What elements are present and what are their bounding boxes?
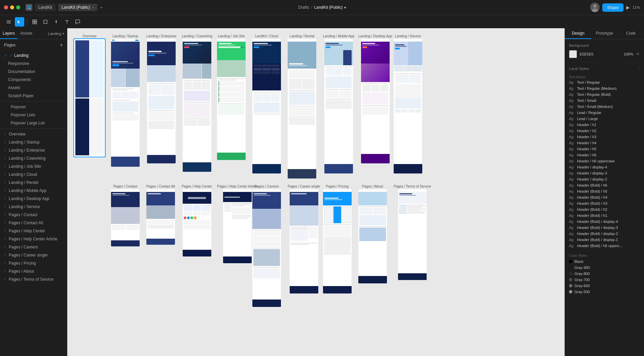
maximize-button[interactable] xyxy=(16,5,20,9)
background-color-swatch[interactable] xyxy=(569,50,577,58)
layer-item-startup[interactable]: ⠿Landing / Startup xyxy=(0,138,67,146)
layer-item-mobile-app[interactable]: ⠿Landing / Mobile App xyxy=(0,187,67,195)
color-style-row[interactable]: Gray-800 xyxy=(569,272,640,276)
frame-tool[interactable] xyxy=(30,17,39,27)
text-style-row[interactable]: Ag Header / h1 xyxy=(569,123,640,127)
text-style-row[interactable]: Ag Header (Bold) / display-3 xyxy=(569,226,640,230)
layer-item-desktop-app[interactable]: ⠿Landing / Desktop App xyxy=(0,195,67,203)
text-style-row[interactable]: Ag Header / display-2 xyxy=(569,177,640,181)
text-style-row[interactable]: Ag Header (Bold) / display-2 xyxy=(569,232,640,236)
text-style-row[interactable]: Ag Lead / Regular xyxy=(569,111,640,115)
text-style-row[interactable]: Ag Header (Bold) / h6 upperc... xyxy=(569,244,640,248)
frame-about[interactable]: Pages / About xyxy=(358,185,387,283)
frame-help-center-article[interactable]: Pages / Help Center Article xyxy=(217,185,257,263)
page-item-documentation[interactable]: Documentation xyxy=(0,68,67,76)
tab-layers[interactable]: Layers xyxy=(0,28,17,39)
frame-job-site[interactable]: Landing / Job Site xyxy=(217,34,246,160)
frame-terms[interactable]: Pages / Terms of Service xyxy=(394,185,431,280)
add-page-button[interactable]: + xyxy=(60,42,63,48)
frame-pricing[interactable]: Pages / Pricing xyxy=(323,185,352,293)
frame-contact-alt[interactable]: Pages / Contact Alt xyxy=(146,185,175,245)
color-style-row[interactable]: Gray-900 xyxy=(569,266,640,270)
text-style-row[interactable]: Ag Text / Regular (Bold) xyxy=(569,92,640,96)
text-style-row[interactable]: Ag Header / h2 xyxy=(569,129,640,133)
frame-overview[interactable]: Overview xyxy=(74,34,105,157)
move-tool[interactable] xyxy=(15,17,24,27)
text-style-row[interactable]: Ag Header (Bold) / h6 xyxy=(569,183,640,187)
frame-cloud[interactable]: LandKit / Cloud xyxy=(252,34,281,173)
frame-careers[interactable]: Pages / Careers xyxy=(252,185,281,307)
minimize-button[interactable] xyxy=(10,5,14,9)
layer-item-help-center-art[interactable]: ⠿Pages / Help Center Article xyxy=(0,235,67,243)
layer-item-service[interactable]: ⠿Landing / Service xyxy=(0,203,67,211)
layer-item-about[interactable]: ⠿Pages / About xyxy=(0,267,67,275)
color-style-row[interactable]: Gray-600 xyxy=(569,284,640,288)
menu-tool[interactable] xyxy=(4,17,13,27)
text-style-row[interactable]: Ag Header / h3 xyxy=(569,135,640,139)
comment-tool[interactable] xyxy=(73,17,82,27)
text-style-row[interactable]: Ag Header / display-3 xyxy=(569,171,640,175)
color-style-row[interactable]: Gray-700 xyxy=(569,278,640,282)
visibility-toggle-icon[interactable]: 👁 xyxy=(636,52,640,56)
play-button[interactable]: ▶ xyxy=(626,5,630,10)
tab-prototype[interactable]: Prototype xyxy=(591,28,617,39)
text-style-row[interactable]: Ag Lead / Large xyxy=(569,117,640,121)
text-style-row[interactable]: Ag Header / h5 xyxy=(569,147,640,151)
layer-item-cloud[interactable]: ⠿Landing / Cloud xyxy=(0,170,67,179)
tab-assets[interactable]: Assets xyxy=(17,28,35,39)
text-style-row[interactable]: Ag Text / Regular (Medium) xyxy=(569,86,640,90)
text-style-row[interactable]: Ag Text / Small (Medium) xyxy=(569,105,640,109)
frame-mobile-app[interactable]: Landing / Mobile App xyxy=(323,34,354,173)
page-item-assets[interactable]: Assets xyxy=(0,84,67,92)
layer-item-terms[interactable]: ⠿Pages / Terms of Service xyxy=(0,275,67,283)
frame-startup[interactable]: Landing / Startup xyxy=(111,34,140,167)
layer-item-enterprise[interactable]: ⠿Landing / Enterprise xyxy=(0,146,67,154)
background-hex-value[interactable]: E5E5E5 xyxy=(580,52,617,56)
color-style-row[interactable]: Gray-500 xyxy=(569,290,640,294)
pen-tool[interactable] xyxy=(51,17,61,27)
page-item-popover-large[interactable]: Popover Large List xyxy=(0,119,67,127)
close-tab-icon[interactable]: × xyxy=(92,6,94,9)
breadcrumb-drafts[interactable]: Drafts xyxy=(298,5,309,10)
layer-item-career-single[interactable]: ⠿Pages / Career single xyxy=(0,251,67,259)
avatar[interactable] xyxy=(590,3,600,12)
shape-tool[interactable] xyxy=(41,17,50,27)
layer-item-coworking[interactable]: ⠿Landing / Coworking xyxy=(0,154,67,162)
share-button[interactable]: Share xyxy=(602,3,623,12)
frame-desktop-app[interactable]: Landing / Desktop App xyxy=(358,34,392,163)
text-style-row[interactable]: Ag Header (Bold) / display-1 xyxy=(569,238,640,242)
canvas[interactable]: Overview Landing / Startup xyxy=(67,28,565,356)
page-item-popover[interactable]: Popover xyxy=(0,103,67,111)
active-tab[interactable]: LandKit (Public) × xyxy=(58,4,98,11)
text-style-row[interactable]: Ag Header / display-4 xyxy=(569,165,640,169)
text-tool[interactable] xyxy=(62,17,72,27)
text-style-row[interactable]: Ag Header (Bold) / h5 xyxy=(569,189,640,193)
page-item-components[interactable]: Components xyxy=(0,76,67,84)
text-style-row[interactable]: Ag Header / h4 xyxy=(569,141,640,145)
frame-enterprise[interactable]: Landing / Enterprise xyxy=(146,34,177,163)
text-style-row[interactable]: Ag Header (Bold) / h1 xyxy=(569,213,640,217)
text-style-row[interactable]: Ag Header / h6 xyxy=(569,153,640,157)
layer-item-contact[interactable]: ⠿Pages / Contact xyxy=(0,211,67,219)
breadcrumb-current[interactable]: LandKit (Public) ▾ xyxy=(314,5,346,10)
text-style-row[interactable]: Ag Text / Regular xyxy=(569,80,640,84)
text-style-row[interactable]: Ag Header (Bold) / display-4 xyxy=(569,220,640,224)
frame-coworking[interactable]: Landing / Coworking xyxy=(182,34,212,172)
frame-rental[interactable]: Landing / Rental xyxy=(288,34,316,179)
page-item-landing[interactable]: ✓ Landing xyxy=(0,51,67,60)
layer-item-help-center[interactable]: ⠿Pages / Help Center xyxy=(0,227,67,235)
layer-item-contact-alt[interactable]: ⠿Pages / Contact Alt xyxy=(0,219,67,227)
layer-item-overview[interactable]: ⠿Overview xyxy=(0,130,67,138)
layer-item-job-site[interactable]: ⠿Landing / Job Site xyxy=(0,162,67,170)
frame-service[interactable]: Landing / Service xyxy=(394,34,422,173)
text-style-row[interactable]: Ag Text / Small xyxy=(569,98,640,103)
layer-item-pricing[interactable]: ⠿Pages / Pricing xyxy=(0,259,67,267)
frame-contact[interactable]: Pages / Contact xyxy=(111,185,140,246)
layer-item-careers[interactable]: ⠿Pages / Careers xyxy=(0,243,67,251)
tab-code[interactable]: Code xyxy=(618,28,644,39)
text-style-row[interactable]: Ag Header (Bold) / h2 xyxy=(569,207,640,211)
add-tab-button[interactable]: + xyxy=(100,5,103,10)
tab-design[interactable]: Design xyxy=(565,28,591,39)
layer-item-rental[interactable]: ⠿Landing / Rental xyxy=(0,179,67,187)
frame-help-center[interactable]: Pages / Help Center xyxy=(182,185,212,256)
